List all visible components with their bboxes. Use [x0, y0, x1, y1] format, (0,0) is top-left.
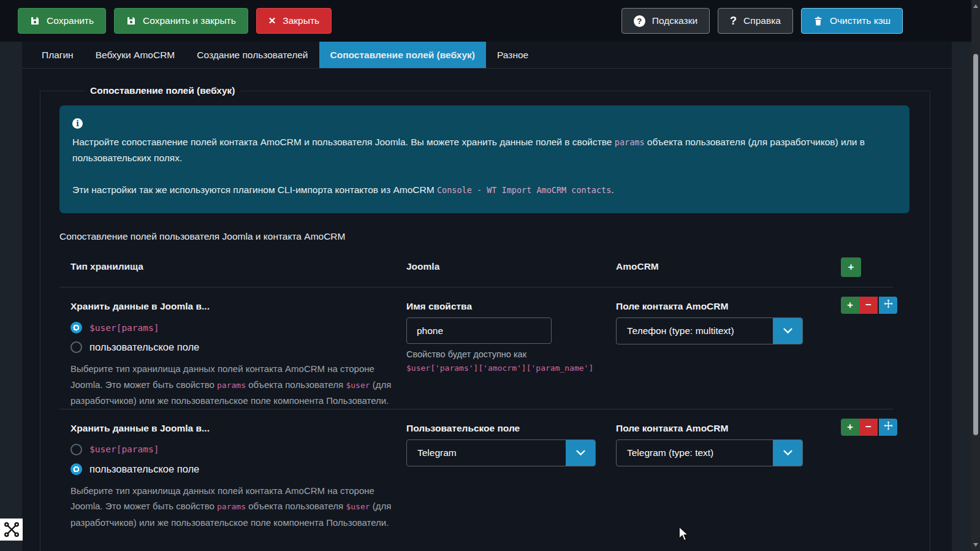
row-add-button[interactable]: + [841, 297, 859, 314]
storage-label: Хранить данные в Joomla в... [70, 301, 406, 312]
subform-row: Хранить данные в Joomla в... $user[param… [59, 287, 893, 409]
help-button[interactable]: ? Справка [718, 8, 793, 34]
storage-description: Выберите тип хранилища данных полей конт… [70, 483, 405, 531]
question-circle-icon: ? [634, 15, 645, 27]
radio-option-user-params[interactable]: $user[params] [70, 443, 406, 457]
scroll-down-arrow[interactable] [973, 543, 978, 547]
move-icon [884, 421, 893, 433]
radio-option-user-params[interactable]: $user[params] [70, 321, 406, 335]
radio-option-custom-field[interactable]: пользовательское поле [70, 462, 406, 476]
minus-icon: − [865, 299, 872, 311]
joomla-logo [0, 519, 23, 541]
storage-type-cell: Хранить данные в Joomla в... $user[param… [70, 287, 406, 409]
save-icon [126, 16, 136, 26]
field-mapping-subform: Тип хранилища Joomla AmoCRM + Хранить да… [59, 242, 893, 530]
field-mapping-fieldset: Сопоставление полей (вебхук) i Настройте… [40, 85, 930, 551]
amocrm-field-select[interactable]: Телефон (type: multitext) [616, 317, 803, 344]
add-row-button[interactable]: + [841, 257, 861, 277]
radio-option-custom-field[interactable]: пользовательское поле [70, 340, 406, 354]
info-alert: i Настройте сопоставление полей контакта… [59, 105, 910, 213]
radio-icon[interactable] [70, 463, 82, 475]
row-action-buttons: + − [841, 287, 897, 409]
content-panel: Плагин Вебхуки AmoCRM Создание пользоват… [22, 42, 952, 551]
property-name-input[interactable] [406, 317, 552, 344]
amocrm-field-label: Поле контакта AmoCRM [616, 301, 841, 312]
close-icon: ✕ [268, 15, 276, 26]
radio-label-custom-field: пользовательское поле [89, 341, 199, 353]
save-and-close-button-label: Сохранить и закрыть [143, 15, 236, 26]
inline-code-params: params [615, 137, 645, 147]
vertical-scrollbar[interactable] [971, 0, 980, 551]
custom-field-select[interactable]: Telegram [406, 439, 596, 466]
storage-description: Выберите тип хранилища данных полей конт… [70, 361, 405, 409]
row-move-button[interactable] [879, 419, 897, 436]
hints-button-label: Подсказки [652, 15, 697, 26]
trash-icon [813, 16, 823, 26]
radio-label-custom-field: пользовательское поле [89, 463, 199, 475]
inline-code-cli-plugin: Console - WT Import AmoCRM contacts [437, 185, 611, 195]
radio-icon[interactable] [70, 444, 82, 455]
hints-button[interactable]: ? Подсказки [621, 8, 710, 34]
tab-misc[interactable]: Разное [486, 42, 539, 68]
joomla-cell: Имя свойства Свойство будет доступно как… [406, 287, 616, 409]
subform-header-row: Тип хранилища Joomla AmoCRM + [59, 242, 893, 287]
row-action-buttons: + − [841, 409, 897, 531]
move-icon [884, 299, 893, 311]
amocrm-cell: Поле контакта AmoCRM Телефон (type: mult… [616, 287, 841, 409]
header-joomla: Joomla [406, 261, 616, 287]
toolbar-left-group: Сохранить Сохранить и закрыть ✕ Закрыть [18, 8, 332, 34]
minus-icon: − [865, 421, 872, 433]
amocrm-field-select[interactable]: Telegram (type: text) [616, 439, 803, 466]
plus-icon: + [848, 261, 854, 273]
mouse-cursor [677, 526, 689, 544]
save-button-label: Сохранить [47, 15, 94, 26]
alert-paragraph-1: Настройте сопоставление полей контакта A… [72, 134, 895, 166]
amocrm-field-label: Поле контакта AmoCRM [616, 423, 841, 434]
info-icon: i [72, 118, 83, 129]
radio-label-user-params: $user[params] [89, 444, 159, 454]
row-add-button[interactable]: + [841, 419, 859, 436]
property-helper-code: $user['params']['amocrm']['param_name'] [406, 363, 616, 373]
save-icon [30, 16, 40, 26]
header-storage-type: Тип хранилища [70, 261, 406, 287]
property-name-label: Имя свойства [406, 301, 616, 312]
select-value: Telegram [407, 440, 566, 466]
row-remove-button[interactable]: − [859, 297, 878, 314]
select-value: Telegram (type: text) [617, 440, 773, 466]
close-button[interactable]: ✕ Закрыть [256, 8, 332, 34]
custom-field-label: Пользовательское поле [406, 423, 616, 434]
radio-icon[interactable] [70, 322, 82, 333]
clear-cache-button[interactable]: Очистить кэш [801, 8, 903, 34]
radio-label-user-params: $user[params] [89, 323, 159, 333]
joomla-cell: Пользовательское поле Telegram [406, 409, 616, 531]
tab-user-creation[interactable]: Создание пользователей [186, 42, 319, 68]
save-button[interactable]: Сохранить [18, 8, 106, 34]
scroll-up-arrow[interactable] [973, 4, 978, 8]
save-and-close-button[interactable]: Сохранить и закрыть [114, 8, 248, 34]
storage-label: Хранить данные в Joomla в... [70, 423, 406, 434]
alert-paragraph-2: Эти настройки так же используются плагин… [72, 182, 895, 198]
amocrm-cell: Поле контакта AmoCRM Telegram (type: tex… [616, 409, 841, 531]
tab-plugin[interactable]: Плагин [31, 42, 85, 68]
close-button-label: Закрыть [283, 15, 319, 26]
fieldset-legend: Сопоставление полей (вебхук) [85, 85, 241, 96]
tab-field-mapping-webhook[interactable]: Сопоставление полей (вебхук) [319, 42, 487, 68]
radio-icon[interactable] [70, 341, 82, 353]
subform-row: Хранить данные в Joomla в... $user[param… [59, 409, 893, 531]
row-move-button[interactable] [879, 297, 897, 314]
joomla-plugin-settings-page: { "toolbar": { "save": "Сохранить", "sav… [0, 0, 980, 551]
settings-tabs: Плагин Вебхуки AmoCRM Создание пользоват… [22, 42, 952, 69]
row-remove-button[interactable]: − [859, 419, 878, 436]
storage-type-cell: Хранить данные в Joomla в... $user[param… [70, 409, 406, 531]
clear-cache-button-label: Очистить кэш [830, 15, 891, 26]
plus-icon: + [847, 299, 853, 311]
question-icon: ? [730, 15, 737, 28]
help-button-label: Справка [743, 15, 781, 26]
admin-toolbar: Сохранить Сохранить и закрыть ✕ Закрыть … [0, 0, 980, 42]
scrollbar-thumb[interactable] [973, 54, 978, 435]
select-value: Телефон (type: multitext) [617, 318, 773, 344]
tab-amocrm-webhooks[interactable]: Вебхуки AmoCRM [85, 42, 186, 68]
header-amocrm: AmoCRM [616, 261, 841, 287]
plus-icon: + [847, 421, 853, 433]
chevron-down-icon [773, 318, 802, 344]
